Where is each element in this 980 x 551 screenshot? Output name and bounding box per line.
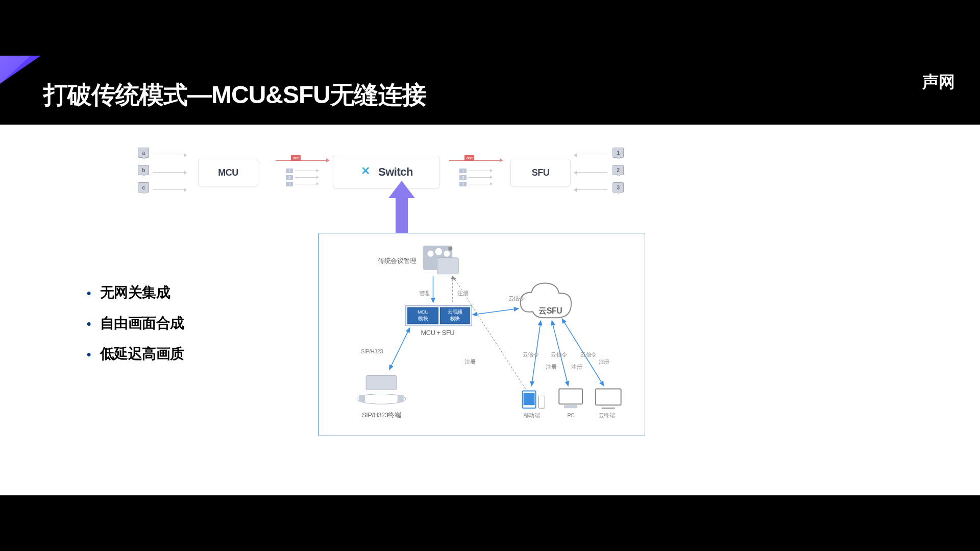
flow-connector bbox=[153, 155, 184, 155]
svg-text:管理: 管理 bbox=[419, 290, 430, 296]
stream-row: 2 bbox=[286, 175, 316, 180]
combined-chip: abc bbox=[464, 155, 474, 161]
svg-text:云信令: 云信令 bbox=[508, 295, 525, 301]
svg-rect-27 bbox=[559, 389, 582, 404]
stream-row: 2 bbox=[459, 175, 490, 180]
bullet-item: 低延迟高画质 bbox=[87, 344, 184, 364]
svg-rect-30 bbox=[596, 389, 621, 405]
svg-text:SIP/H323终端: SIP/H323终端 bbox=[362, 411, 401, 419]
svg-rect-28 bbox=[564, 405, 577, 408]
content-area: a b c MCU abc 1 2 3 Switch abc 1 2 bbox=[0, 125, 980, 495]
switch-label: Switch bbox=[378, 165, 413, 179]
svg-text:云信令: 云信令 bbox=[523, 351, 539, 357]
flow-connector bbox=[577, 189, 607, 190]
svg-text:注册: 注册 bbox=[546, 364, 557, 370]
mobile-icon bbox=[523, 391, 545, 408]
svg-rect-25 bbox=[538, 396, 545, 408]
svg-rect-24 bbox=[524, 393, 535, 405]
mcu-sfu-label: MCU + SFU bbox=[421, 329, 455, 337]
svg-text:云终端: 云终端 bbox=[599, 412, 615, 418]
svg-text:云信令: 云信令 bbox=[551, 351, 567, 357]
svg-point-2 bbox=[428, 251, 434, 257]
cloud-terminal-icon bbox=[596, 389, 621, 408]
endpoint-1-icon: 1 bbox=[612, 148, 624, 158]
cloud-sfu-icon: 云SFU bbox=[521, 283, 571, 318]
svg-rect-19 bbox=[359, 395, 365, 402]
mcu-label: MCU bbox=[218, 167, 238, 178]
bullet-list: 无网关集成 自由画面合成 低延迟高画质 bbox=[87, 283, 184, 375]
corner-badge-overlay-icon bbox=[0, 56, 31, 84]
flow-diagram: a b c MCU abc 1 2 3 Switch abc 1 2 bbox=[0, 148, 980, 209]
svg-text:云信令: 云信令 bbox=[580, 351, 597, 357]
svg-text:SIP/H323: SIP/H323 bbox=[361, 348, 383, 354]
svg-point-5 bbox=[448, 247, 452, 251]
flow-connector bbox=[153, 172, 184, 173]
letterbox-bottom bbox=[0, 495, 980, 551]
slide-title: 打破传统模式—MCU&SFU无缝连接 bbox=[43, 79, 426, 111]
mcu-sfu-module: MCU 模块 云视频 模块 bbox=[406, 305, 472, 326]
svg-text:云SFU: 云SFU bbox=[538, 306, 562, 315]
mcu-node: MCU bbox=[198, 159, 258, 186]
sfu-node: SFU bbox=[510, 159, 571, 186]
endpoint-b-icon: b bbox=[138, 165, 149, 175]
right-endpoints: 1 2 3 bbox=[612, 148, 624, 200]
stream-row: 3 bbox=[459, 181, 490, 186]
flow-arrows-left: abc 1 2 3 bbox=[276, 157, 327, 187]
flow-connector bbox=[577, 172, 607, 173]
connector bbox=[473, 308, 519, 315]
endpoint-2-icon: 2 bbox=[612, 165, 624, 175]
svg-text:注册: 注册 bbox=[599, 358, 610, 365]
letterbox-top bbox=[0, 0, 980, 56]
stream-row: 1 bbox=[459, 168, 490, 173]
endpoint-3-icon: 3 bbox=[612, 182, 624, 193]
svg-text:云视频: 云视频 bbox=[448, 309, 462, 315]
sip-terminal-icon bbox=[357, 376, 406, 404]
svg-rect-20 bbox=[398, 395, 404, 402]
conf-mgmt-icon bbox=[423, 246, 459, 274]
svg-point-4 bbox=[444, 251, 450, 257]
brand-logo: 声网 bbox=[922, 71, 954, 93]
svg-text:模块: 模块 bbox=[418, 316, 428, 321]
svg-text:注册: 注册 bbox=[571, 364, 582, 370]
detail-panel: 传统会议管理 MCU 模块 云视频 模块 MCU + SFU 管理 注册 bbox=[318, 233, 645, 436]
switch-logo-icon bbox=[360, 165, 373, 179]
svg-text:注册: 注册 bbox=[464, 358, 476, 365]
flow-connector bbox=[577, 155, 607, 155]
conf-mgmt-label: 传统会议管理 bbox=[378, 257, 416, 265]
endpoint-a-icon: a bbox=[138, 148, 149, 158]
bullet-item: 无网关集成 bbox=[87, 283, 184, 302]
endpoint-c-icon: c bbox=[138, 182, 149, 193]
svg-point-3 bbox=[435, 248, 442, 255]
combined-stream-arrow: abc bbox=[276, 160, 327, 161]
combined-stream-arrow: abc bbox=[449, 160, 500, 161]
stream-row: 3 bbox=[286, 181, 316, 186]
svg-text:移动端: 移动端 bbox=[524, 412, 540, 418]
slide: 打破传统模式—MCU&SFU无缝连接 声网 a b c MCU abc 1 2 … bbox=[0, 56, 980, 495]
sfu-label: SFU bbox=[532, 167, 550, 178]
left-endpoints: a b c bbox=[138, 148, 149, 200]
switch-node: Switch bbox=[333, 156, 440, 188]
combined-chip: abc bbox=[291, 155, 301, 161]
svg-text:MCU: MCU bbox=[418, 309, 428, 315]
flow-arrows-right: abc 1 2 3 bbox=[449, 157, 500, 187]
flow-connector bbox=[153, 189, 184, 190]
header-bar: 打破传统模式—MCU&SFU无缝连接 声网 bbox=[0, 56, 980, 125]
stream-row: 1 bbox=[286, 168, 316, 173]
pc-icon bbox=[559, 389, 582, 408]
connector bbox=[389, 328, 410, 370]
svg-rect-17 bbox=[366, 376, 397, 390]
svg-text:模块: 模块 bbox=[450, 316, 460, 321]
svg-text:注册: 注册 bbox=[457, 290, 469, 296]
svg-rect-1 bbox=[437, 258, 458, 274]
bullet-item: 自由画面合成 bbox=[87, 314, 184, 333]
svg-text:PC: PC bbox=[567, 412, 575, 418]
